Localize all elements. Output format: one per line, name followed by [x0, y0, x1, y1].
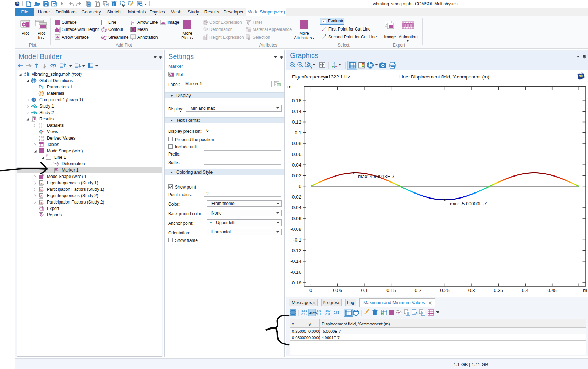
svg-text:Line: Displacement field, Y-co: Line: Displacement field, Y-component (m…: [399, 74, 489, 80]
svg-text:-0.12: -0.12: [290, 248, 301, 253]
svg-text:0.1: 0.1: [361, 288, 368, 293]
svg-text:0.25: 0.25: [440, 288, 449, 293]
svg-text:0.2: 0.2: [415, 288, 422, 293]
svg-text:-0.18: -0.18: [290, 280, 301, 286]
svg-text:e-3: e-3: [325, 312, 330, 316]
svg-text:-0.08: -0.08: [290, 227, 301, 232]
svg-text:e-1: e-1: [317, 312, 322, 316]
svg-text:0.16: 0.16: [292, 98, 301, 103]
svg-text:0.04: 0.04: [292, 162, 302, 168]
svg-text:AUTO: AUTO: [309, 311, 317, 315]
svg-text:0.85: 0.85: [334, 311, 340, 314]
svg-text:-0.04: -0.04: [290, 205, 301, 210]
svg-text:m: m: [287, 84, 291, 89]
svg-text:0.08: 0.08: [292, 141, 301, 146]
svg-text:max: 4.99013E-7: max: 4.99013E-7: [358, 174, 395, 179]
svg-text:e-12: e-12: [301, 312, 307, 316]
svg-text:e-12: e-12: [39, 138, 44, 141]
svg-text:Eigenfrequency=1322.1 Hz: Eigenfrequency=1322.1 Hz: [292, 74, 350, 80]
svg-text:0.15: 0.15: [386, 288, 396, 293]
svg-text:0.45: 0.45: [548, 288, 557, 293]
svg-text:0.3: 0.3: [468, 288, 475, 293]
svg-text:8↓: 8↓: [40, 188, 43, 191]
svg-text:8↓: 8↓: [40, 182, 43, 185]
svg-text:0.05: 0.05: [333, 288, 342, 293]
svg-text:-0.02: -0.02: [290, 194, 301, 200]
svg-text:-0.06: -0.06: [290, 216, 301, 221]
svg-text:8↓: 8↓: [40, 201, 43, 204]
svg-text:0: 0: [309, 288, 312, 293]
svg-text:-0.1: -0.1: [293, 237, 301, 243]
svg-text:0.4: 0.4: [522, 288, 529, 293]
svg-text:0.12: 0.12: [292, 119, 301, 125]
svg-text:0: 0: [298, 184, 301, 189]
svg-text:i: i: [42, 86, 43, 90]
svg-text:0.1: 0.1: [295, 130, 301, 135]
svg-text:0.06: 0.06: [292, 152, 301, 157]
svg-text:min: -5.00000E-7: min: -5.00000E-7: [450, 201, 487, 206]
svg-text:-0.14: -0.14: [290, 259, 301, 264]
svg-text:8↓: 8↓: [40, 195, 43, 198]
svg-text:0.35: 0.35: [494, 288, 503, 293]
svg-text:m: m: [583, 288, 587, 293]
svg-text:P: P: [39, 84, 42, 89]
svg-text:-0.16: -0.16: [290, 270, 301, 275]
svg-text:Ω: Ω: [33, 98, 35, 102]
svg-text:0.14: 0.14: [292, 109, 302, 114]
svg-text:0.02: 0.02: [292, 173, 301, 178]
